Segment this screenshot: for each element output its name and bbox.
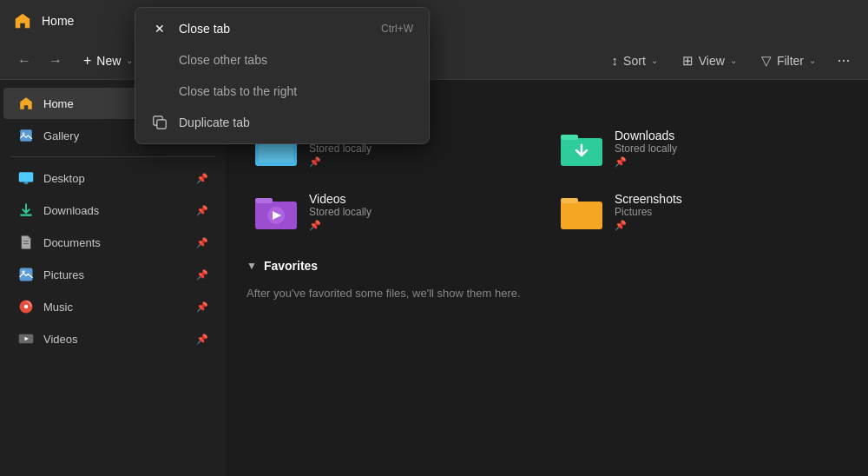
sort-icon: ↕: [612, 53, 619, 68]
close-other-tabs-label: Close other tabs: [179, 53, 413, 67]
desktop-folder-pin-icon: 📌: [309, 156, 372, 168]
videos-folder-icon: [253, 193, 299, 231]
folder-card-downloads[interactable]: Downloads Stored locally 📌: [552, 122, 847, 175]
favorites-header: ▼ Favorites: [247, 259, 847, 273]
context-menu-close-tab[interactable]: ✕ Close tab Ctrl+W: [141, 13, 424, 44]
downloads-pin-icon: 📌: [196, 205, 208, 216]
videos-folder-info: Videos Stored locally 📌: [309, 192, 372, 231]
videos-nav-icon: [17, 330, 35, 347]
folder-card-screenshots[interactable]: Screenshots Pictures 📌: [552, 185, 847, 238]
desktop-pin-icon: 📌: [196, 173, 208, 184]
downloads-folder-name: Downloads: [615, 129, 677, 142]
videos-folder-pin-icon: 📌: [309, 220, 372, 231]
context-menu-duplicate-tab[interactable]: Duplicate tab: [141, 107, 424, 138]
filter-icon: ▽: [761, 53, 772, 69]
music-nav-icon: [17, 298, 35, 315]
svg-rect-0: [20, 129, 32, 142]
close-tabs-right-icon: [151, 83, 168, 100]
title-bar: Home: [0, 0, 868, 42]
sidebar-item-downloads[interactable]: Downloads 📌: [3, 195, 222, 226]
filter-button[interactable]: ▽ Filter ⌄: [751, 47, 826, 75]
sort-chevron-icon: ⌄: [651, 56, 658, 65]
videos-pin-icon: 📌: [196, 334, 208, 345]
screenshots-folder-icon: [559, 193, 604, 231]
view-chevron-icon: ⌄: [730, 56, 737, 65]
screenshots-folder-subtitle: Pictures: [615, 206, 682, 218]
svg-rect-3: [24, 182, 29, 184]
main-layout: Home Gallery Desktop 📌: [0, 80, 868, 476]
view-button[interactable]: ⊞ View ⌄: [672, 47, 747, 75]
documents-nav-icon: [17, 234, 35, 251]
sidebar-item-pictures[interactable]: Pictures 📌: [3, 259, 222, 290]
screenshots-folder-info: Screenshots Pictures 📌: [615, 192, 682, 231]
folder-card-videos[interactable]: Videos Stored locally 📌: [247, 185, 542, 238]
documents-pin-icon: 📌: [196, 237, 208, 248]
home-nav-icon: [17, 95, 35, 112]
sidebar-videos-label: Videos: [43, 333, 187, 346]
sidebar-item-videos[interactable]: Videos 📌: [3, 323, 222, 354]
close-tabs-right-label: Close tabs to the right: [179, 84, 413, 98]
new-chevron-icon: ⌄: [126, 56, 133, 65]
desktop-folder-subtitle: Stored locally: [309, 142, 372, 155]
svg-rect-15: [259, 142, 293, 162]
svg-rect-22: [561, 202, 602, 229]
context-menu-close-other-tabs[interactable]: Close other tabs: [141, 44, 424, 76]
sidebar-documents-label: Documents: [43, 236, 187, 249]
screenshots-folder-pin-icon: 📌: [615, 220, 682, 231]
close-tab-icon: ✕: [151, 20, 168, 37]
sidebar-item-desktop[interactable]: Desktop 📌: [3, 162, 222, 194]
close-other-tabs-icon: [151, 51, 168, 69]
downloads-folder-info: Downloads Stored locally 📌: [615, 129, 677, 168]
music-pin-icon: 📌: [196, 301, 208, 313]
svg-rect-2: [19, 172, 34, 182]
context-menu-close-tabs-right[interactable]: Close tabs to the right: [141, 76, 424, 107]
gallery-nav-icon: [17, 127, 35, 144]
sidebar-item-documents[interactable]: Documents 📌: [3, 227, 222, 258]
back-button[interactable]: ←: [10, 47, 38, 75]
svg-rect-17: [561, 135, 578, 140]
context-menu: ✕ Close tab Ctrl+W Close other tabs Clos…: [135, 7, 430, 144]
home-icon: [10, 9, 35, 33]
new-button[interactable]: + New ⌄: [73, 47, 143, 75]
more-button[interactable]: ···: [830, 47, 858, 75]
desktop-nav-icon: [17, 169, 35, 187]
view-icon: ⊞: [682, 53, 694, 69]
pictures-pin-icon: 📌: [196, 269, 208, 281]
close-tab-label: Close tab: [179, 22, 371, 36]
downloads-folder-subtitle: Stored locally: [615, 142, 677, 155]
sidebar-desktop-label: Desktop: [43, 172, 187, 185]
downloads-nav-icon: [17, 202, 35, 219]
new-plus-icon: +: [83, 53, 91, 69]
duplicate-tab-label: Duplicate tab: [179, 116, 413, 129]
sidebar-downloads-label: Downloads: [43, 204, 187, 217]
favorites-empty-text: After you've favorited some files, we'll…: [247, 287, 847, 300]
sort-button[interactable]: ↕ Sort ⌄: [602, 47, 668, 75]
close-tab-shortcut: Ctrl+W: [381, 23, 413, 35]
tab-title: Home: [42, 14, 74, 28]
duplicate-tab-icon: [151, 114, 168, 131]
svg-rect-4: [20, 215, 32, 216]
svg-rect-23: [561, 198, 578, 203]
sidebar-divider: [10, 156, 215, 157]
videos-folder-name: Videos: [309, 192, 372, 206]
downloads-folder-pin-icon: 📌: [615, 156, 677, 168]
forward-button[interactable]: →: [42, 47, 69, 75]
favorites-title: Favorites: [264, 259, 318, 273]
screenshots-folder-name: Screenshots: [615, 192, 682, 206]
favorites-chevron-icon[interactable]: ▼: [247, 260, 257, 272]
pictures-nav-icon: [17, 266, 35, 283]
svg-rect-25: [157, 120, 166, 129]
svg-rect-19: [255, 198, 273, 203]
sidebar-pictures-label: Pictures: [43, 268, 187, 281]
sidebar-item-music[interactable]: Music 📌: [3, 291, 222, 322]
videos-folder-subtitle: Stored locally: [309, 206, 372, 218]
toolbar: ← → + New ⌄ ↕ Sort ⌄ ⊞ View ⌄ ▽ Filter ⌄…: [0, 42, 868, 80]
downloads-folder-icon: [559, 129, 604, 168]
svg-point-10: [24, 305, 29, 309]
sidebar-music-label: Music: [43, 301, 187, 314]
filter-chevron-icon: ⌄: [809, 56, 816, 65]
